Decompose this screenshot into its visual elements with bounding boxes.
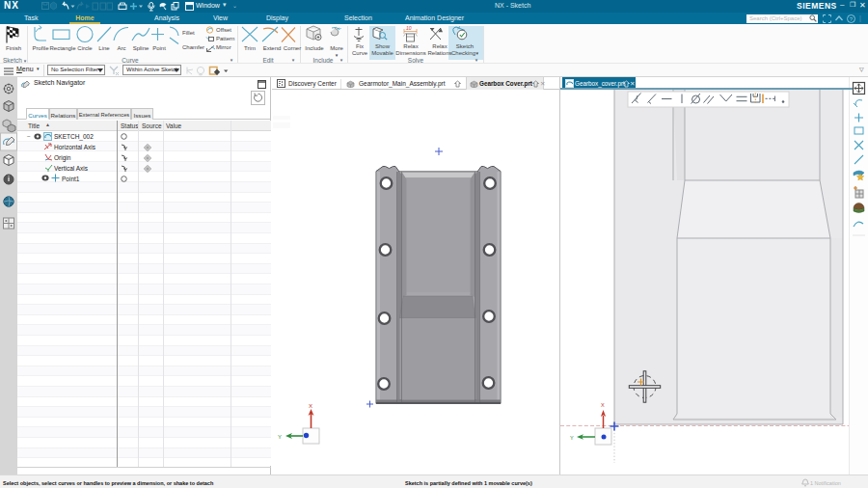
- svg-text:Y: Y: [278, 434, 282, 440]
- svg-text:Y: Y: [570, 435, 574, 441]
- svg-text:X: X: [309, 403, 312, 409]
- svg-text:X: X: [601, 402, 605, 408]
- svg-text:10: 10: [406, 25, 412, 31]
- svg-text:?: ?: [850, 16, 854, 22]
